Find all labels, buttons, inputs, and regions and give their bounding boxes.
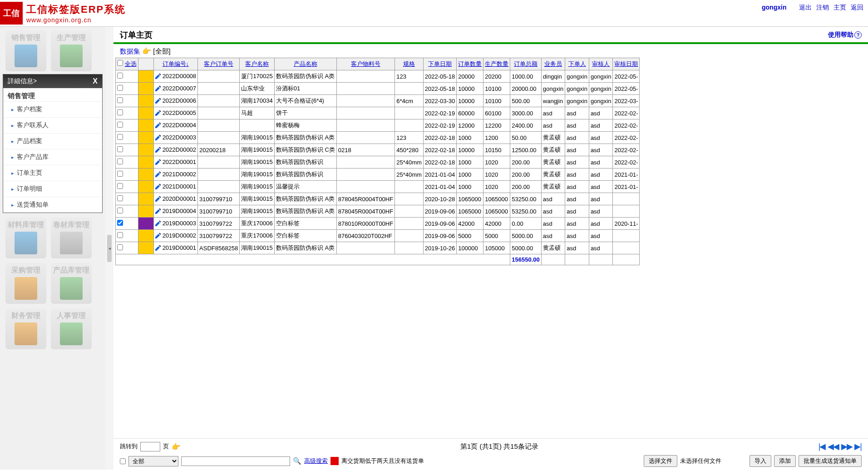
cell-sales: asd <box>541 107 565 119</box>
edit-icon[interactable] <box>154 122 162 129</box>
module-product[interactable]: 产品库管理 <box>51 263 92 304</box>
cell-no: 2022D00002 <box>153 144 197 156</box>
row-checkbox[interactable] <box>117 97 123 103</box>
row-checkbox[interactable] <box>117 122 123 128</box>
sidebar-item-4[interactable]: 订单主页 <box>3 165 102 181</box>
edit-icon[interactable] <box>154 220 162 227</box>
row-checkbox[interactable] <box>117 159 123 164</box>
splitter[interactable]: ◂ <box>105 27 113 470</box>
cell-prod: 汾酒标01 <box>274 83 336 95</box>
table-row: 2022D00005马超饼干2022-02-1960000601003000.0… <box>116 107 640 119</box>
cell-date: 2022-03-30 <box>423 95 457 107</box>
edit-icon[interactable] <box>154 109 162 117</box>
help-link[interactable]: 使用帮助? <box>828 31 862 39</box>
cell-no: 2019D00002 <box>153 230 197 242</box>
import-button[interactable]: 导入 <box>750 455 771 467</box>
table-row: 2022D00003湖南190015数码茶园防伪标识 A类1232022-02-… <box>116 132 640 144</box>
edit-icon[interactable] <box>154 208 162 215</box>
module-finance[interactable]: 财务管理 <box>5 308 46 349</box>
add-button[interactable]: 添加 <box>774 455 796 467</box>
col-header-13[interactable]: 审核日期 <box>614 60 638 67</box>
edit-icon[interactable] <box>154 183 162 190</box>
col-header-1[interactable]: 客户订单号 <box>204 60 233 67</box>
col-header-12[interactable]: 审核人 <box>592 60 610 67</box>
row-checkbox[interactable] <box>117 109 123 115</box>
col-header-8[interactable]: 生产数量 <box>485 60 508 67</box>
cell-prod: 数码茶园防伪标识 A类 <box>274 132 336 144</box>
next-page-icon[interactable]: ▶▶ <box>841 442 852 451</box>
search-scope-select[interactable]: 全部 <box>128 456 178 466</box>
row-checkbox[interactable] <box>117 244 123 250</box>
link-unregister[interactable]: 注销 <box>816 4 829 11</box>
edit-icon[interactable] <box>154 146 162 154</box>
link-back[interactable]: 返回 <box>851 4 863 11</box>
edit-icon[interactable] <box>154 171 162 178</box>
row-checkbox[interactable] <box>117 85 123 91</box>
select-all-checkbox[interactable] <box>117 60 123 66</box>
col-header-5[interactable]: 规格 <box>403 60 415 67</box>
row-checkbox[interactable] <box>117 73 123 79</box>
cell-total: 2400.00 <box>510 119 541 132</box>
link-logout[interactable]: 退出 <box>799 4 812 11</box>
cell-spec: 123 <box>395 132 424 144</box>
row-checkbox[interactable] <box>117 195 123 201</box>
sidebar-close[interactable]: X <box>93 77 98 85</box>
cell-spec <box>395 218 424 230</box>
filter-checkbox[interactable] <box>120 458 126 464</box>
module-purchase[interactable]: 采购管理 <box>5 263 46 304</box>
col-header-4[interactable]: 客户物料号 <box>351 60 380 67</box>
col-header-7[interactable]: 订单数量 <box>458 60 482 67</box>
edit-icon[interactable] <box>154 85 162 92</box>
jump-go-icon[interactable]: 👉 <box>172 442 181 451</box>
module-material[interactable]: 材料库管理 <box>5 218 46 258</box>
sidebar-item-2[interactable]: 产品档案 <box>3 133 102 149</box>
edit-icon[interactable] <box>154 134 162 141</box>
edit-icon[interactable] <box>154 195 162 203</box>
jump-page-input[interactable] <box>140 442 160 451</box>
row-checkbox[interactable] <box>117 232 123 238</box>
col-header-2[interactable]: 客户名称 <box>245 60 269 67</box>
row-checkbox[interactable] <box>117 146 123 152</box>
sidebar-item-0[interactable]: 客户档案 <box>3 101 102 117</box>
module-sales[interactable]: 销售管理 <box>5 30 46 71</box>
row-checkbox[interactable] <box>117 171 123 177</box>
row-checkbox[interactable] <box>117 208 123 213</box>
sidebar-item-6[interactable]: 送货通知单 <box>3 197 102 213</box>
col-header-3[interactable]: 产品名称 <box>294 60 317 67</box>
select-all-link[interactable]: 全选 <box>125 60 137 67</box>
sidebar-item-1[interactable]: 客户联系人 <box>3 117 102 133</box>
edit-icon[interactable] <box>154 73 162 80</box>
module-production[interactable]: 生产管理 <box>51 30 92 71</box>
cell-qty: 10000 <box>457 95 483 107</box>
row-checkbox[interactable] <box>117 134 123 140</box>
col-header-11[interactable]: 下单人 <box>568 60 586 67</box>
sidebar-item-5[interactable]: 订单明细 <box>3 181 102 197</box>
row-checkbox[interactable] <box>117 220 123 226</box>
col-header-9[interactable]: 订单总额 <box>514 60 538 67</box>
search-icon[interactable]: 🔍 <box>293 457 301 465</box>
search-input[interactable] <box>181 456 290 466</box>
dataset-link[interactable]: 数据集 <box>120 47 140 55</box>
table-row: 2022D00004蜂蜜杨梅2022-02-1912000122002400.0… <box>116 119 640 132</box>
col-header-10[interactable]: 业务员 <box>544 60 562 67</box>
edit-icon[interactable] <box>154 232 162 239</box>
module-roll[interactable]: 卷材库管理 <box>51 218 92 258</box>
edit-icon[interactable] <box>154 159 162 166</box>
row-checkbox[interactable] <box>117 183 123 189</box>
cell-sales: gongxin <box>541 83 565 95</box>
last-page-icon[interactable]: ▶| <box>854 442 861 451</box>
edit-icon[interactable] <box>154 244 162 252</box>
col-header-0[interactable]: 订单编号↓ <box>163 60 189 67</box>
module-hr[interactable]: 人事管理 <box>51 308 92 349</box>
legend-red-icon <box>330 457 339 465</box>
advanced-search-link[interactable]: 高级搜索 <box>304 457 328 465</box>
first-page-icon[interactable]: |◀ <box>819 442 825 451</box>
prev-page-icon[interactable]: ◀◀ <box>828 442 838 451</box>
edit-icon[interactable] <box>154 97 162 104</box>
col-header-6[interactable]: 下单日期 <box>428 60 452 67</box>
link-home[interactable]: 主页 <box>833 4 846 11</box>
choose-file-button[interactable]: 选择文件 <box>644 455 677 467</box>
sidebar-item-3[interactable]: 客户产品库 <box>3 149 102 165</box>
batch-generate-button[interactable]: 批量生成送货通知单 <box>799 455 862 467</box>
cell-cust_order <box>198 169 240 181</box>
